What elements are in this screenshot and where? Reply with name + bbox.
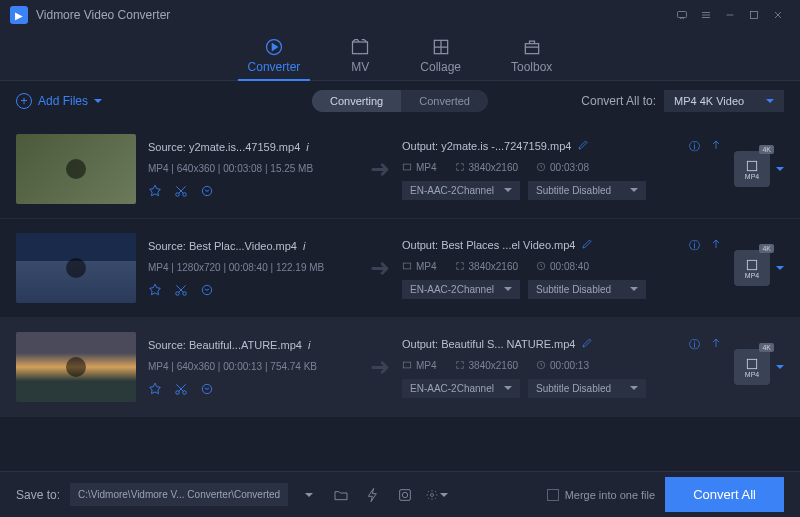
arrow-icon: ➜ [370,155,390,183]
quality-badge: 4K [759,244,774,253]
format-label: MP4 [745,173,759,180]
format-label: MP4 [745,272,759,279]
edit-icon[interactable] [148,283,162,297]
subtitle-dropdown[interactable]: Subtitle Disabled [528,379,646,398]
chevron-down-icon [94,99,102,103]
subtitle-dropdown[interactable]: Subtitle Disabled [528,280,646,299]
app-title: Vidmore Video Converter [36,8,170,22]
enhance-icon[interactable] [200,184,214,198]
svg-rect-5 [525,44,538,54]
add-files-label: Add Files [38,94,88,108]
sub-bar: + Add Files Converting Converted Convert… [0,80,800,120]
save-path-value: C:\Vidmore\Vidmore V... Converter\Conver… [78,489,280,500]
convert-all-format-dropdown[interactable]: MP4 4K Video [664,90,784,112]
quality-badge: 4K [759,343,774,352]
audio-dropdown[interactable]: EN-AAC-2Channel [402,280,520,299]
add-files-button[interactable]: + Add Files [16,93,102,109]
app-logo-icon: ▶ [10,6,28,24]
svg-rect-1 [751,12,758,19]
cut-icon[interactable] [174,283,188,297]
nav-toolbox[interactable]: Toolbox [511,38,552,80]
out-duration: 00:00:13 [550,360,589,371]
svg-rect-21 [403,362,411,368]
thumbnail[interactable] [16,332,136,402]
audio-dropdown[interactable]: EN-AAC-2Channel [402,379,520,398]
hardware-accel-icon[interactable] [362,484,384,506]
svg-rect-11 [747,161,756,170]
open-folder-icon[interactable] [330,484,352,506]
converter-icon [264,38,284,56]
thumbnail[interactable] [16,134,136,204]
chevron-down-icon[interactable] [776,266,784,270]
format-selector[interactable]: 4K MP4 [734,151,770,187]
svg-point-26 [431,493,434,496]
subtitle-dropdown[interactable]: Subtitle Disabled [528,181,646,200]
convert-all-to: Convert All to: MP4 4K Video [581,90,784,112]
close-icon[interactable] [766,3,790,27]
merge-checkbox[interactable] [547,489,559,501]
nav-collage[interactable]: Collage [420,38,461,80]
output-column: Output: Beautiful S... NATURE.mp4 ⓘ MP4 … [402,337,722,398]
chevron-down-icon [630,287,638,291]
source-name: Source: Beautiful...ATURE.mp4 [148,339,302,351]
svg-rect-23 [747,359,756,368]
file-row[interactable]: Source: y2mate.is...47159.mp4 i MP4 | 64… [0,120,800,219]
compress-icon[interactable] [710,139,722,153]
quality-badge: 4K [759,145,774,154]
maximize-icon[interactable] [742,3,766,27]
edit-icon[interactable] [148,184,162,198]
titlebar: ▶ Vidmore Video Converter [0,0,800,30]
arrow-icon: ➜ [370,254,390,282]
rename-icon[interactable] [581,337,593,351]
info-icon[interactable]: i [306,141,308,153]
out-resolution: 3840x2160 [469,360,519,371]
edit-icon[interactable] [148,382,162,396]
nav-converter[interactable]: Converter [248,38,301,80]
minimize-icon[interactable] [718,3,742,27]
format-selector[interactable]: 4K MP4 [734,349,770,385]
nav-mv[interactable]: MV [350,38,370,80]
svg-rect-24 [400,489,411,500]
feedback-icon[interactable] [670,3,694,27]
file-row[interactable]: Source: Best Plac...Video.mp4 i MP4 | 12… [0,219,800,318]
info-icon[interactable]: ⓘ [689,337,700,352]
source-name: Source: y2mate.is...47159.mp4 [148,141,300,153]
out-resolution: 3840x2160 [469,261,519,272]
info-icon[interactable]: i [308,339,310,351]
nav-label: Toolbox [511,60,552,74]
info-icon[interactable]: ⓘ [689,139,700,154]
tab-converting[interactable]: Converting [312,90,401,112]
compress-icon[interactable] [710,337,722,351]
merge-label: Merge into one file [565,489,656,501]
svg-rect-15 [403,263,411,269]
file-row[interactable]: Source: Beautiful...ATURE.mp4 i MP4 | 64… [0,318,800,417]
audio-dropdown[interactable]: EN-AAC-2Channel [402,181,520,200]
file-list: Source: y2mate.is...47159.mp4 i MP4 | 64… [0,120,800,470]
footer: Save to: C:\Vidmore\Vidmore V... Convert… [0,471,800,517]
enhance-icon[interactable] [200,382,214,396]
convert-all-button[interactable]: Convert All [665,477,784,512]
chevron-down-icon[interactable] [776,365,784,369]
rename-icon[interactable] [581,238,593,252]
info-icon[interactable]: ⓘ [689,238,700,253]
chevron-down-icon[interactable] [776,167,784,171]
format-selector[interactable]: 4K MP4 [734,250,770,286]
path-dropdown-icon[interactable] [298,484,320,506]
nav-label: Collage [420,60,461,74]
chevron-down-icon [766,99,774,103]
info-icon[interactable]: i [303,240,305,252]
task-schedule-icon[interactable] [394,484,416,506]
menu-icon[interactable] [694,3,718,27]
enhance-icon[interactable] [200,283,214,297]
tab-converted[interactable]: Converted [401,90,488,112]
cut-icon[interactable] [174,184,188,198]
source-column: Source: y2mate.is...47159.mp4 i MP4 | 64… [148,141,358,198]
compress-icon[interactable] [710,238,722,252]
mv-icon [350,38,370,56]
settings-icon[interactable] [426,484,448,506]
out-format: MP4 [416,261,437,272]
cut-icon[interactable] [174,382,188,396]
save-path-dropdown[interactable]: C:\Vidmore\Vidmore V... Converter\Conver… [70,483,288,506]
thumbnail[interactable] [16,233,136,303]
rename-icon[interactable] [577,139,589,153]
